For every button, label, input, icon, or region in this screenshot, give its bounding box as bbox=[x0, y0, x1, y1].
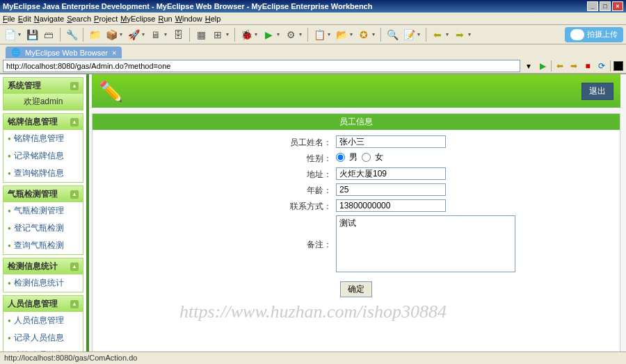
status-text: http://localhost:8080/gas/ComAction.do bbox=[4, 354, 137, 362]
back-icon[interactable]: ⬅ bbox=[431, 28, 444, 42]
sidebar-item[interactable]: 查询铭牌信息 bbox=[3, 165, 83, 182]
folder-icon[interactable]: 📁 bbox=[88, 28, 102, 42]
dropdown-icon[interactable]: ▾ bbox=[277, 31, 280, 38]
menu-navigate[interactable]: Navigate bbox=[34, 15, 64, 23]
collapse-icon[interactable]: ▴ bbox=[70, 118, 79, 126]
url-dropdown-icon[interactable]: ▾ bbox=[523, 60, 534, 72]
save-icon[interactable]: 💾 bbox=[25, 28, 39, 42]
sidebar-item[interactable]: 记录铭牌信息 bbox=[3, 147, 83, 165]
run-icon[interactable]: ▶ bbox=[262, 28, 275, 42]
browser-tab[interactable]: 🌐 MyEclipse Web Browser × bbox=[6, 47, 122, 58]
new-class-icon[interactable]: 📋 bbox=[312, 28, 326, 42]
close-button[interactable]: × bbox=[612, 1, 623, 11]
tab-label: MyEclipse Web Browser bbox=[25, 49, 108, 57]
menu-help[interactable]: Help bbox=[205, 15, 221, 23]
package-icon[interactable]: 📦 bbox=[104, 28, 118, 42]
save-all-icon[interactable]: 🗃 bbox=[42, 28, 56, 42]
db-icon[interactable]: 🗄 bbox=[171, 28, 185, 42]
deploy-icon[interactable]: 🚀 bbox=[127, 28, 141, 42]
stop-icon[interactable]: ■ bbox=[582, 60, 593, 72]
nav-back-icon[interactable]: ⬅ bbox=[554, 60, 565, 72]
sidebar-section-header[interactable]: 系统管理▴ bbox=[3, 78, 83, 94]
menu-window[interactable]: Window bbox=[175, 15, 202, 23]
dropdown-icon[interactable]: ▾ bbox=[328, 31, 330, 38]
external-icon[interactable]: ⚙ bbox=[284, 28, 298, 42]
search-icon[interactable]: 🔍 bbox=[385, 28, 399, 42]
sidebar-section-header[interactable]: 检测信息统计▴ bbox=[3, 258, 83, 274]
dropdown-icon[interactable]: ▾ bbox=[350, 31, 353, 38]
forward-icon[interactable]: ➡ bbox=[453, 28, 467, 42]
nav-forward-icon[interactable]: ➡ bbox=[568, 60, 579, 72]
sidebar-section-header[interactable]: 铭牌信息管理▴ bbox=[3, 114, 83, 130]
dropdown-icon[interactable]: ▾ bbox=[417, 31, 420, 38]
annotation-icon[interactable]: 📝 bbox=[402, 28, 416, 42]
menu-myeclipse[interactable]: MyEclipse bbox=[120, 15, 155, 23]
tab-close-icon[interactable]: × bbox=[112, 49, 116, 57]
menu-search[interactable]: Search bbox=[67, 15, 91, 23]
server-icon[interactable]: 🖥 bbox=[149, 28, 163, 42]
dropdown-icon[interactable]: ▾ bbox=[142, 31, 145, 38]
new-icon[interactable]: 📄 bbox=[3, 28, 17, 42]
collapse-icon[interactable]: ▴ bbox=[70, 300, 79, 308]
color-box[interactable] bbox=[613, 61, 623, 71]
sidebar-item[interactable]: 气瓶检测管理 bbox=[3, 202, 83, 220]
dropdown-icon[interactable]: ▾ bbox=[164, 31, 167, 38]
dropdown-icon[interactable]: ▾ bbox=[255, 31, 257, 38]
sidebar-item[interactable]: 检测信息统计 bbox=[3, 274, 83, 292]
dropdown-icon[interactable]: ▾ bbox=[18, 31, 21, 38]
name-input[interactable] bbox=[336, 135, 446, 148]
url-input[interactable] bbox=[3, 60, 520, 72]
status-bar: http://localhost:8080/gas/ComAction.do bbox=[0, 351, 626, 364]
type-icon[interactable]: ✪ bbox=[357, 28, 371, 42]
contact-input[interactable] bbox=[336, 199, 446, 212]
window-icon[interactable]: ⊞ bbox=[211, 28, 225, 42]
address-input[interactable] bbox=[336, 167, 446, 180]
remark-textarea[interactable] bbox=[336, 215, 515, 272]
dropdown-icon[interactable]: ▾ bbox=[120, 31, 122, 38]
globe-icon: 🌐 bbox=[11, 48, 21, 57]
dropdown-icon[interactable]: ▾ bbox=[372, 31, 375, 38]
window-buttons: _ □ × bbox=[587, 1, 623, 11]
separator bbox=[380, 28, 381, 42]
gender-male-radio[interactable] bbox=[336, 153, 345, 162]
sidebar-section-header[interactable]: 人员信息管理▴ bbox=[3, 296, 83, 312]
sidebar-section-title: 铭牌信息管理 bbox=[8, 116, 58, 128]
name-label: 员工姓名： bbox=[106, 135, 336, 149]
menu-file[interactable]: File bbox=[3, 15, 15, 23]
sidebar-item[interactable]: 铭牌信息管理 bbox=[3, 130, 83, 147]
submit-button[interactable]: 确定 bbox=[340, 281, 372, 297]
gender-female-radio[interactable] bbox=[362, 153, 371, 162]
collapse-icon[interactable]: ▴ bbox=[70, 263, 79, 271]
menu-edit[interactable]: Edit bbox=[18, 15, 31, 23]
go-icon[interactable]: ▶ bbox=[537, 60, 548, 72]
sidebar-item[interactable]: 人员信息管理 bbox=[3, 312, 83, 329]
sidebar-item[interactable]: 查询气瓶检测 bbox=[3, 237, 83, 254]
dropdown-icon[interactable]: ▾ bbox=[468, 31, 471, 38]
menu-run[interactable]: Run bbox=[158, 15, 172, 23]
menu-bar: File Edit Navigate Search Project MyEcli… bbox=[0, 13, 626, 25]
age-input[interactable] bbox=[336, 183, 446, 196]
collapse-icon[interactable]: ▴ bbox=[70, 190, 79, 199]
bug-icon[interactable]: 🐞 bbox=[239, 28, 253, 42]
sidebar-section-title: 气瓶检测管理 bbox=[8, 188, 58, 200]
dropdown-icon[interactable]: ▾ bbox=[446, 31, 449, 38]
address-bar: ▾ ▶ ⬅ ➡ ■ ⟳ bbox=[0, 58, 626, 74]
maximize-button[interactable]: □ bbox=[600, 1, 611, 11]
tool-icon[interactable]: 🔧 bbox=[65, 28, 79, 42]
collapse-icon[interactable]: ▴ bbox=[70, 82, 79, 90]
separator bbox=[234, 28, 235, 42]
exit-button[interactable]: 退出 bbox=[581, 83, 613, 100]
sidebar-section-header[interactable]: 气瓶检测管理▴ bbox=[3, 186, 83, 202]
cloud-upload-button[interactable]: 拍摄上传 bbox=[565, 27, 623, 42]
sidebar-items: 气瓶检测管理登记气瓶检测查询气瓶检测 bbox=[3, 202, 83, 254]
grid-icon[interactable]: ▦ bbox=[194, 28, 208, 42]
dropdown-icon[interactable]: ▾ bbox=[299, 31, 302, 38]
dropdown-icon[interactable]: ▾ bbox=[226, 31, 229, 38]
content-area: 系统管理▴欢迎admin铭牌信息管理▴铭牌信息管理记录铭牌信息查询铭牌信息气瓶检… bbox=[0, 74, 626, 364]
sidebar-item[interactable]: 登记气瓶检测 bbox=[3, 220, 83, 237]
minimize-button[interactable]: _ bbox=[587, 1, 598, 11]
menu-project[interactable]: Project bbox=[94, 15, 118, 23]
new-pkg-icon[interactable]: 📂 bbox=[335, 28, 348, 42]
refresh-icon[interactable]: ⟳ bbox=[596, 60, 607, 72]
sidebar-item[interactable]: 记录人员信息 bbox=[3, 329, 83, 347]
